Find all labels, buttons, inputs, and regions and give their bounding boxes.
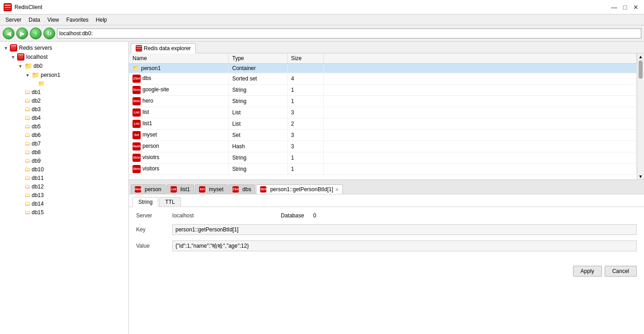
db0-folder-icon: 📁 [24,62,32,70]
cell-extra [323,152,637,164]
detail-tab-ttl[interactable]: TTL [159,197,180,207]
explorer-tab-bar: Redis data explorer [129,42,644,53]
col-extra [323,53,637,64]
cell-size: 1 [287,164,323,175]
menu-view[interactable]: View [44,16,63,24]
table-row[interactable]: Strinhero String 1 [129,96,637,107]
cell-name: Listlist [129,107,228,118]
minimize-button[interactable]: — [610,3,619,12]
tab-redis-data-explorer[interactable]: Redis data explorer [131,43,196,53]
table-row[interactable]: 📁person1 Container [129,64,637,73]
tab-person-label: person [145,186,161,193]
scroll-down-arrow[interactable]: ▼ [638,173,644,179]
tab-person[interactable]: Hash person [131,184,166,194]
menu-server[interactable]: Server [2,16,25,24]
table-row[interactable]: Stringoogle-site String 1 [129,85,637,96]
table-scrollbar[interactable]: ▲ ▼ [637,53,644,179]
menu-bar: Server Data View Favorites Help [0,14,644,25]
redis-server-icon [10,44,17,52]
cell-size: 3 [287,141,323,152]
db6-icon: 🗂 [24,132,30,138]
sidebar-db0-label: db0 [33,63,43,69]
sidebar-item-db5[interactable]: 🗂db5 [0,122,128,131]
sidebar-item-db7[interactable]: 🗂db7 [0,139,128,148]
tab-getpersonbtid[interactable]: Strin person1::getPersonBtId[1] ✕ [256,184,342,194]
db8-icon: 🗂 [24,149,30,155]
sidebar-db10-label: db10 [32,166,44,173]
sidebar-item-db14[interactable]: 🗂db14 [0,199,128,208]
svg-rect-3 [5,9,11,10]
db7-icon: 🗂 [24,140,30,147]
table-row[interactable]: Listlist List 3 [129,107,637,118]
scroll-up-arrow[interactable]: ▲ [638,53,644,60]
sidebar-item-localhost[interactable]: ▼ localhost [0,52,128,61]
set-icon: Set [133,131,141,139]
sidebar-item-person1[interactable]: ▼ 📁 person1 [0,71,128,80]
close-button[interactable]: ✕ [631,3,640,12]
sidebar-item-person1-sub[interactable]: 📁 [0,80,128,88]
tab-dbs[interactable]: ZSet dbs [228,184,255,194]
db9-icon: 🗂 [24,157,30,164]
table-row[interactable]: Strinvisiotrs String 1 [129,152,637,164]
scroll-thumb[interactable] [639,61,643,79]
up-button[interactable]: ↑ [30,28,42,39]
tab-list1[interactable]: List list1 [166,184,194,194]
address-bar[interactable] [57,28,641,38]
sidebar-item-db9[interactable]: 🗂db9 [0,156,128,165]
sidebar-item-db10[interactable]: 🗂db10 [0,165,128,174]
sidebar-item-db4[interactable]: 🗂db4 [0,113,128,122]
detail-tab-ttl-label: TTL [165,199,175,205]
bottom-tab-bar: Hash person List list1 Set myset ZSet db… [129,180,644,194]
localhost-icon [17,53,24,61]
sidebar-item-db8[interactable]: 🗂db8 [0,148,128,156]
table-row[interactable]: ZSetdbs Sorted set 4 [129,73,637,85]
sidebar-item-db0[interactable]: ▼ 📁 db0 [0,61,128,71]
detail-tab-string[interactable]: String [133,197,158,207]
key-input[interactable] [172,224,637,235]
forward-button[interactable]: ▶ [16,28,28,39]
back-button[interactable]: ◀ [3,28,14,39]
db14-icon: 🗂 [24,200,30,207]
sidebar-item-db12[interactable]: 🗂db12 [0,182,128,191]
person1-folder-icon: 📁 [32,71,39,79]
sidebar-item-db13[interactable]: 🗂db13 [0,191,128,199]
tree-arrow-localhost: ▼ [11,55,17,60]
sidebar-item-db1[interactable]: 🗂db1 [0,88,128,96]
table-row[interactable]: Hashperson Hash 3 [129,141,637,152]
value-input[interactable] [172,240,637,251]
menu-help[interactable]: Help [92,16,111,24]
sidebar-item-redis-servers[interactable]: ▼ Redis servers [0,43,128,52]
db3-icon: 🗂 [24,106,30,113]
sidebar-item-db11[interactable]: 🗂db11 [0,174,128,182]
table-row[interactable]: Strinvisitors String 1 [129,164,637,175]
cell-type: List [228,118,287,130]
zset-icon: ZSet [133,75,141,83]
menu-favorites[interactable]: Favorites [63,16,92,24]
apply-button[interactable]: Apply [573,266,602,277]
table-row[interactable]: Setmyset Set 3 [129,130,637,141]
tab-myset-label: myset [209,186,223,193]
sidebar-item-db6[interactable]: 🗂db6 [0,131,128,139]
sidebar-item-db15[interactable]: 🗂db15 [0,208,128,216]
list1-icon: List [133,120,141,128]
tab-myset[interactable]: Set myset [195,184,227,194]
sidebar-db13-label: db13 [32,192,44,198]
sidebar-person1-label: person1 [41,72,60,78]
sidebar-item-db3[interactable]: 🗂db3 [0,105,128,113]
sidebar-item-db2[interactable]: 🗂db2 [0,96,128,105]
cell-name: Strinvisitors [129,164,228,175]
detail-fields: Server localhost Database 0 Key Value [129,207,644,262]
maximize-button[interactable]: □ [620,3,630,12]
cell-type: String [228,152,287,164]
detail-panel: String TTL Server localhost Database 0 [129,194,644,334]
cancel-button[interactable]: Cancel [605,266,637,277]
cell-size: 1 [287,96,323,107]
refresh-button[interactable]: ↻ [43,28,55,39]
menu-data[interactable]: Data [25,16,43,24]
table-main[interactable]: Name Type Size 📁person1 [129,53,637,179]
table-row[interactable]: Listlist1 List 2 [129,118,637,130]
server-value-area: localhost [172,212,263,219]
tab-close-button[interactable]: ✕ [335,187,339,192]
svg-rect-1 [5,5,11,6]
cell-extra [323,96,637,107]
